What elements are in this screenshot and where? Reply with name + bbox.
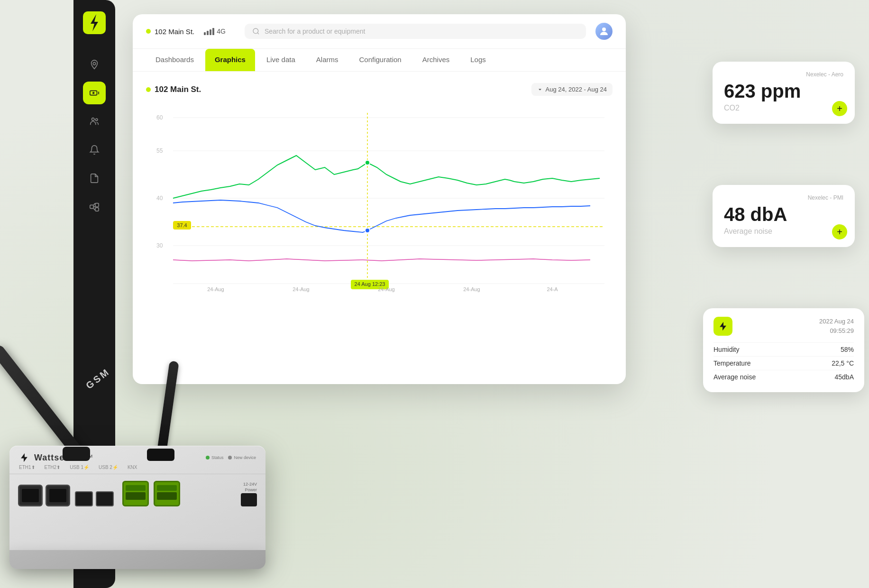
card-noise-value: 48 dbA <box>724 204 843 225</box>
tab-archives[interactable]: Archives <box>413 49 459 71</box>
svg-text:17:00: 17:00 <box>380 292 393 293</box>
connector-2-bot <box>157 492 177 500</box>
antenna-2 <box>156 361 179 456</box>
signal-bar-2 <box>207 31 209 35</box>
tooltip-icon <box>713 317 732 336</box>
tab-graphics[interactable]: Graphics <box>205 49 255 71</box>
svg-rect-3 <box>90 91 97 95</box>
user-avatar[interactable] <box>595 23 613 40</box>
location-text: 102 Main St. <box>155 28 194 36</box>
status-led-grey <box>228 456 232 459</box>
hw-connector-2 <box>154 481 180 506</box>
hw-main-box: Wattsense ™ Status New device ETH1⬆ ETH2… <box>9 446 265 560</box>
sidebar-item-alerts[interactable] <box>83 138 106 161</box>
tooltip-row-humidity: Humidity 58% <box>713 342 854 356</box>
search-bar[interactable]: Search for a product or equipment <box>245 24 586 39</box>
hw-port-labels: ETH1⬆ ETH2⬆ USB 1⚡ USB 2⚡ KNX <box>19 465 256 470</box>
label-usb1: USB 1⚡ <box>70 465 89 470</box>
antenna-1 <box>0 343 84 459</box>
svg-rect-9 <box>95 208 99 211</box>
hw-power-label-2: Power <box>245 487 257 492</box>
card-co2-plus[interactable]: + <box>832 101 847 116</box>
hw-power-jack <box>241 493 257 506</box>
card-tooltip: 2022 Aug 24 09:55:29 Humidity 58% Temper… <box>703 308 864 392</box>
card-noise: Nexelec - PMI 48 dbA Average noise + <box>713 185 855 247</box>
svg-marker-39 <box>720 322 726 331</box>
sidebar-item-reports[interactable] <box>83 167 106 190</box>
signal-text: 4G <box>217 28 226 35</box>
date-range[interactable]: Aug 24, 2022 - Aug 24 <box>531 83 613 96</box>
connector-1-bot <box>126 492 146 500</box>
signal-bar-3 <box>210 29 211 35</box>
gsm-label: GSM <box>84 366 112 392</box>
svg-point-26 <box>365 160 370 165</box>
panel-header: 102 Main St. 4G Search for a product or … <box>133 14 626 49</box>
hw-usb-port-1 <box>75 491 93 506</box>
label-usb2: USB 2⚡ <box>99 465 118 470</box>
sidebar-item-users[interactable] <box>83 110 106 133</box>
sidebar-item-location[interactable] <box>83 53 106 76</box>
hw-ethernet-ports <box>18 485 70 506</box>
tab-logs[interactable]: Logs <box>461 49 495 71</box>
hw-usb-port-2 <box>96 491 114 506</box>
card-noise-plus[interactable]: + <box>832 224 847 239</box>
card-co2-source: Nexelec - Aero <box>724 71 843 78</box>
svg-point-11 <box>602 28 606 31</box>
tooltip-row-noise: Average noise 45dbA <box>713 370 854 384</box>
svg-text:24-Aug: 24-Aug <box>378 286 394 292</box>
status-label-1: Status <box>211 455 224 460</box>
signal-badge: 4G <box>204 28 226 35</box>
svg-rect-8 <box>95 203 99 207</box>
hw-ports-row: 12-24V Power <box>9 474 265 513</box>
eth-port-hole-1 <box>22 489 39 502</box>
hw-eth-port-1 <box>18 485 43 506</box>
tab-alarms[interactable]: Alarms <box>307 49 348 71</box>
hw-power-label-1: 12-24V <box>243 482 257 487</box>
search-icon <box>252 28 260 35</box>
svg-point-5 <box>92 118 95 121</box>
chart-title-text: 102 Main St. <box>155 85 201 94</box>
signal-bar-1 <box>204 32 206 35</box>
card-co2-unit: CO2 <box>724 104 843 112</box>
hw-status-indicators: Status New device <box>206 455 256 460</box>
status-label-2: New device <box>234 455 256 460</box>
nav-tabs: Dashboards Graphics Live data Alarms Con… <box>133 49 626 72</box>
connector-1-top <box>126 485 146 491</box>
svg-text:55: 55 <box>156 147 163 154</box>
svg-marker-40 <box>21 453 27 462</box>
svg-point-6 <box>95 119 98 121</box>
signal-bars-icon <box>204 28 214 35</box>
hw-eth-port-2 <box>46 485 70 506</box>
chart-title: 102 Main St. <box>146 85 201 94</box>
svg-point-10 <box>253 28 258 34</box>
location-dot <box>146 29 151 34</box>
hw-top-section: Wattsense ™ Status New device ETH1⬆ ETH2… <box>9 446 265 474</box>
tooltip-header: 2022 Aug 24 09:55:29 <box>713 317 854 336</box>
hw-green-connectors <box>122 481 180 506</box>
svg-text:30: 30 <box>156 242 163 249</box>
card-co2-value: 623 ppm <box>724 81 843 102</box>
svg-text:60: 60 <box>156 114 163 121</box>
signal-bar-4 <box>212 28 214 35</box>
tab-configuration[interactable]: Configuration <box>349 49 411 71</box>
hw-box-bottom <box>9 550 265 569</box>
hw-power-section: 12-24V Power <box>241 482 257 506</box>
label-knx: KNX <box>128 465 137 470</box>
avatar-icon <box>598 26 610 37</box>
lightning-icon <box>718 321 728 331</box>
svg-text:37.4: 37.4 <box>177 222 187 228</box>
svg-text:24-Aug: 24-Aug <box>463 286 480 292</box>
tab-dashboards[interactable]: Dashboards <box>146 49 203 71</box>
hardware-device: GSM Wattsense ™ Status New device <box>0 256 308 588</box>
date-range-text: Aug 24, 2022 - Aug 24 <box>546 86 607 93</box>
card-noise-source: Nexelec - PMI <box>724 194 843 201</box>
sidebar-item-network[interactable] <box>83 195 106 218</box>
tab-live-data[interactable]: Live data <box>257 49 305 71</box>
antenna-base-2 <box>147 449 174 461</box>
svg-point-25 <box>365 228 370 233</box>
location-badge[interactable]: 102 Main St. <box>146 28 194 36</box>
calendar-icon <box>537 87 543 92</box>
svg-text:24-A: 24-A <box>547 286 558 292</box>
antenna-base-1 <box>63 447 90 461</box>
sidebar-item-devices[interactable] <box>83 82 106 104</box>
